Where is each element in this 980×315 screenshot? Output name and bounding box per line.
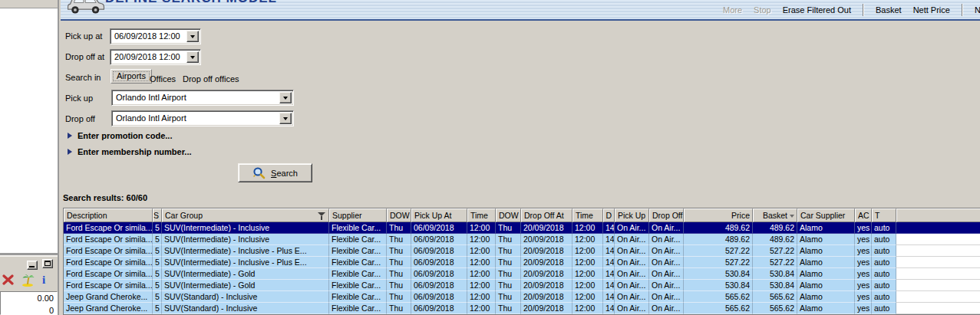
palm-tree-icon[interactable] (21, 274, 35, 287)
dropoff-at-label: Drop off at (65, 52, 104, 61)
column-header-price[interactable]: Price (684, 208, 753, 222)
column-header-time[interactable]: Time (572, 208, 603, 222)
table-cell: yes (855, 280, 872, 291)
column-header-description[interactable]: Description (64, 208, 153, 222)
table-cell: auto (872, 268, 896, 280)
table-row[interactable]: Jeep Grand Cheroke...5SUV(Standard) - In… (64, 291, 980, 303)
table-cell: 06/09/2018 (411, 257, 467, 268)
dropoff-at-field[interactable]: 20/09/2018 12:00 (110, 49, 201, 65)
table-cell: Flexible Car... (329, 245, 387, 257)
table-cell (896, 303, 980, 314)
column-header-car-group[interactable]: Car Group (162, 208, 329, 222)
table-cell: Alamo (797, 303, 855, 314)
table-cell: 12:00 (467, 268, 496, 280)
table-row[interactable]: Jeep Grand Cheroke...5SUV(Standard) - In… (64, 303, 980, 314)
column-header-drop-off-at[interactable]: Drop Off At (521, 208, 572, 222)
table-row[interactable]: Ford Escape Or simila...5SUV(Intermediat… (64, 257, 980, 268)
column-header-d[interactable]: D (603, 208, 615, 222)
tab-airports[interactable]: Airports (111, 69, 152, 84)
car-icon (67, 0, 105, 15)
pickup-at-field[interactable]: 06/09/2018 12:00 (110, 28, 201, 44)
table-cell: 527.22 (684, 257, 753, 268)
column-header-car-supplier[interactable]: Car Supplier (797, 208, 855, 222)
column-header-supplier[interactable]: Supplier (329, 208, 387, 222)
table-cell: auto (872, 222, 896, 234)
column-header-pick-up[interactable]: Pick Up (615, 208, 649, 222)
table-cell: On Air... (649, 234, 684, 245)
pickup-at-dropdown-button[interactable] (186, 31, 199, 42)
table-cell: On Air... (649, 303, 684, 314)
table-row[interactable]: Ford Escape Or simila...5SUV(Intermediat… (64, 222, 980, 234)
tab-offices[interactable]: Offices (148, 73, 177, 85)
table-cell: 06/09/2018 (411, 234, 467, 245)
table-cell: 527.22 (753, 257, 797, 268)
table-cell: auto (872, 291, 896, 303)
table-cell: 12:00 (467, 234, 496, 245)
membership-number-expander[interactable]: Enter membership number... (78, 147, 192, 156)
toolbar-basket[interactable]: Basket (876, 5, 902, 15)
search-results-count: Search results: 60/60 (63, 193, 147, 202)
table-row[interactable]: Ford Escape Or simila...5SUV(Intermediat… (64, 268, 980, 280)
table-cell: 20/09/2018 (521, 280, 572, 291)
dropoff-location-dropdown-button[interactable] (279, 113, 292, 124)
table-cell: 06/09/2018 (411, 245, 467, 257)
table-cell: 12:00 (572, 257, 603, 268)
info-icon[interactable]: i (42, 274, 45, 285)
minimize-icon (29, 266, 35, 267)
pickup-location-dropdown-button[interactable] (279, 92, 292, 103)
table-cell: Alamo (797, 280, 855, 291)
column-header-s[interactable]: S (153, 208, 162, 222)
column-header-t[interactable]: T (872, 208, 896, 222)
tab-drop-off-offices[interactable]: Drop off offices (181, 73, 241, 85)
delete-icon[interactable] (2, 274, 14, 285)
dropoff-location-combo[interactable]: Orlando Intl Airport (111, 110, 294, 126)
table-row[interactable]: Ford Escape Or simila...5SUV(Intermediat… (64, 280, 980, 291)
table-cell: Ford Escape Or simila... (64, 234, 153, 245)
column-header-dow[interactable]: DOW (387, 208, 411, 222)
dropoff-at-dropdown-button[interactable] (186, 51, 199, 63)
table-cell: Flexible Car... (329, 222, 387, 234)
toolbar-stop: Stop (754, 5, 771, 15)
table-cell: 12:00 (467, 303, 496, 314)
filter-icon[interactable] (318, 212, 326, 220)
search-button[interactable]: Search (238, 163, 312, 182)
table-cell: On Air... (649, 280, 684, 291)
column-header-basket[interactable]: Basket (753, 208, 797, 222)
table-cell: 530.84 (684, 280, 753, 291)
toolbar-erase-filtered-out[interactable]: Erase Filtered Out (783, 5, 851, 15)
column-header-drop-off[interactable]: Drop Off (649, 208, 684, 222)
table-cell: On Air... (649, 291, 684, 303)
table-cell: 12:00 (572, 234, 603, 245)
column-header-dow[interactable]: DOW (496, 208, 521, 222)
table-cell: 06/09/2018 (411, 222, 467, 234)
promo-expand-icon[interactable] (68, 133, 72, 139)
pickup-at-value: 06/09/2018 12:00 (114, 31, 180, 41)
column-header-time[interactable]: Time (467, 208, 496, 222)
maximize-button[interactable] (42, 259, 53, 268)
table-cell: Flexible Car... (329, 257, 387, 268)
table-cell: Thu (496, 257, 521, 268)
table-row[interactable]: Ford Escape Or simila...5SUV(Intermediat… (64, 245, 980, 257)
table-cell: On Air... (615, 257, 649, 268)
table-cell: SUV(Standard) - Inclusive (162, 303, 329, 314)
table-cell: On Air... (615, 291, 649, 303)
toolbar-nett-price[interactable]: Nett Price (913, 5, 950, 15)
membership-expand-icon[interactable] (68, 149, 72, 155)
table-cell: 20/09/2018 (521, 222, 572, 234)
table-cell: SUV(Intermediate) - Inclusive - Plus E..… (162, 257, 329, 268)
promo-code-expander[interactable]: Enter promotion code... (78, 131, 172, 140)
column-header-pick-up-at[interactable]: Pick Up At (411, 208, 467, 222)
table-cell: Alamo (797, 245, 855, 257)
table-cell: 565.62 (684, 291, 753, 303)
toolbar-nav[interactable]: Na (975, 5, 980, 15)
column-header-ac[interactable]: AC (855, 208, 872, 222)
column-header-label: D (605, 211, 612, 220)
left-sidebar: i 0.00 0 (0, 0, 59, 315)
table-cell: Alamo (797, 291, 855, 303)
table-cell: Thu (387, 257, 411, 268)
column-header-label: AC (858, 211, 869, 220)
table-cell: 12:00 (572, 268, 603, 280)
table-row[interactable]: Ford Escape Or simila...5SUV(Intermediat… (64, 234, 980, 245)
pickup-location-combo[interactable]: Orlando Intl Airport (111, 90, 294, 106)
minimize-button[interactable] (27, 261, 38, 270)
